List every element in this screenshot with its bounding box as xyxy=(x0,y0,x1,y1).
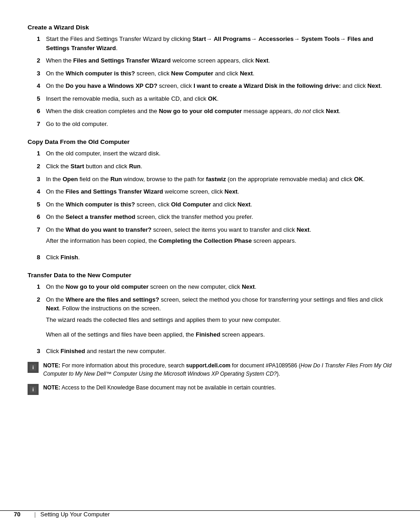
step-content: On the Where are the files and settings?… xyxy=(46,295,392,313)
section-create-wizard-disk: Create a Wizard Disk 1 Start the Files a… xyxy=(28,24,392,128)
transfer-steps-list: 1 On the Now go to your old computer scr… xyxy=(28,282,392,355)
svg-text:i: i xyxy=(32,365,34,370)
step-content: On the Now go to your old computer scree… xyxy=(46,282,392,292)
step-content: Click Finished and restart the new compu… xyxy=(46,347,392,356)
step-content: On the Files and Settings Transfer Wizar… xyxy=(46,187,392,196)
step-3-3: 3 Click Finished and restart the new com… xyxy=(28,347,392,356)
step-content: Click the Start button and click Run. xyxy=(46,162,392,171)
step-1-3: 3 On the Which computer is this? screen,… xyxy=(28,69,392,78)
step-2-5: 5 On the Which computer is this? screen,… xyxy=(28,200,392,209)
step-sub-1: The wizard reads the collected files and… xyxy=(28,315,281,325)
step-sub-content: After the information has been copied, t… xyxy=(28,236,296,246)
step-1-5: 5 Insert the removable media, such as a … xyxy=(28,94,392,103)
step-2-3: 3 In the Open field on the Run window, b… xyxy=(28,175,392,184)
step-num: 1 xyxy=(28,34,46,44)
step-2-8: 8 Click Finish. xyxy=(28,253,392,262)
step-num: 4 xyxy=(28,187,46,196)
step-3-2: 2 On the Where are the files and setting… xyxy=(28,295,392,343)
step-content: Click Finish. xyxy=(46,253,392,262)
step-content: On the What do you want to transfer? scr… xyxy=(46,225,311,234)
footer-page-number: 70 xyxy=(14,511,20,518)
step-1-7: 7 Go to the old computer. xyxy=(28,120,392,129)
step-1-1: 1 Start the Files and Settings Transfer … xyxy=(28,34,392,52)
step-num: 5 xyxy=(28,200,46,209)
step-content: Go to the old computer. xyxy=(46,120,392,129)
step-3-1: 1 On the Now go to your old computer scr… xyxy=(28,282,392,292)
step-content: When the Files and Settings Transfer Wiz… xyxy=(46,56,392,65)
step-num: 3 xyxy=(28,347,46,356)
page-footer: 70 | Setting Up Your Computer xyxy=(0,510,420,518)
step-2-7: 7 On the What do you want to transfer? s… xyxy=(28,225,392,249)
step-1-6: 6 When the disk creation completes and t… xyxy=(28,107,392,116)
step-num: 2 xyxy=(28,56,46,65)
info-icon-2: i xyxy=(29,386,37,393)
step-num: 7 xyxy=(28,120,46,129)
step-content: On the Which computer is this? screen, c… xyxy=(46,200,392,209)
section-transfer-data: Transfer Data to the New Computer 1 On t… xyxy=(28,272,392,394)
step-2-4: 4 On the Files and Settings Transfer Wiz… xyxy=(28,187,392,196)
footer-separator: | xyxy=(34,511,35,518)
note-1-text: NOTE: For more information about this pr… xyxy=(43,361,392,378)
step-num: 2 xyxy=(28,162,46,171)
step-content: On the Do you have a Windows XP CD? scre… xyxy=(46,81,392,91)
note-icon-1: i xyxy=(28,362,39,373)
copy-steps-list: 1 On the old computer, insert the wizard… xyxy=(28,149,392,262)
step-num: 1 xyxy=(28,282,46,292)
note-2: i NOTE: Access to the Dell Knowledge Bas… xyxy=(28,383,392,395)
create-steps-list: 1 Start the Files and Settings Transfer … xyxy=(28,34,392,128)
step-num: 3 xyxy=(28,175,46,184)
step-content: When the disk creation completes and the… xyxy=(46,107,392,116)
step-1-4: 4 On the Do you have a Windows XP CD? sc… xyxy=(28,81,392,91)
step-sub-2: When all of the settings and files have … xyxy=(28,330,265,339)
footer-text: Setting Up Your Computer xyxy=(40,511,110,518)
note-2-text: NOTE: Access to the Dell Knowledge Base … xyxy=(43,383,276,392)
step-content: On the old computer, insert the wizard d… xyxy=(46,149,392,158)
step-num: 1 xyxy=(28,149,46,158)
step-content: Start the Files and Settings Transfer Wi… xyxy=(46,34,392,52)
step-content: On the Select a transfer method screen, … xyxy=(46,212,392,222)
step-1-2: 2 When the Files and Settings Transfer W… xyxy=(28,56,392,65)
step-2-2: 2 Click the Start button and click Run. xyxy=(28,162,392,171)
note-1: i NOTE: For more information about this … xyxy=(28,361,392,378)
step-num: 8 xyxy=(28,253,46,262)
note-icon-2: i xyxy=(28,384,39,395)
section-title-copy: Copy Data From the Old Computer xyxy=(28,138,392,145)
step-content: In the Open field on the Run window, bro… xyxy=(46,175,392,184)
step-num: 6 xyxy=(28,107,46,116)
svg-text:i: i xyxy=(32,387,34,392)
section-title-transfer: Transfer Data to the New Computer xyxy=(28,272,392,279)
step-2-1: 1 On the old computer, insert the wizard… xyxy=(28,149,392,158)
info-icon: i xyxy=(29,364,37,371)
step-num: 4 xyxy=(28,81,46,91)
step-content: On the Which computer is this? screen, c… xyxy=(46,69,392,78)
page-content: Create a Wizard Disk 1 Start the Files a… xyxy=(0,0,420,426)
step-num: 5 xyxy=(28,94,46,103)
step-2-6: 6 On the Select a transfer method screen… xyxy=(28,212,392,222)
section-copy-data: Copy Data From the Old Computer 1 On the… xyxy=(28,138,392,262)
step-num: 2 xyxy=(28,295,46,304)
step-num: 3 xyxy=(28,69,46,78)
step-num: 6 xyxy=(28,212,46,222)
step-num: 7 xyxy=(28,225,46,234)
section-title-create: Create a Wizard Disk xyxy=(28,24,392,31)
step-content: Insert the removable media, such as a wr… xyxy=(46,94,392,103)
